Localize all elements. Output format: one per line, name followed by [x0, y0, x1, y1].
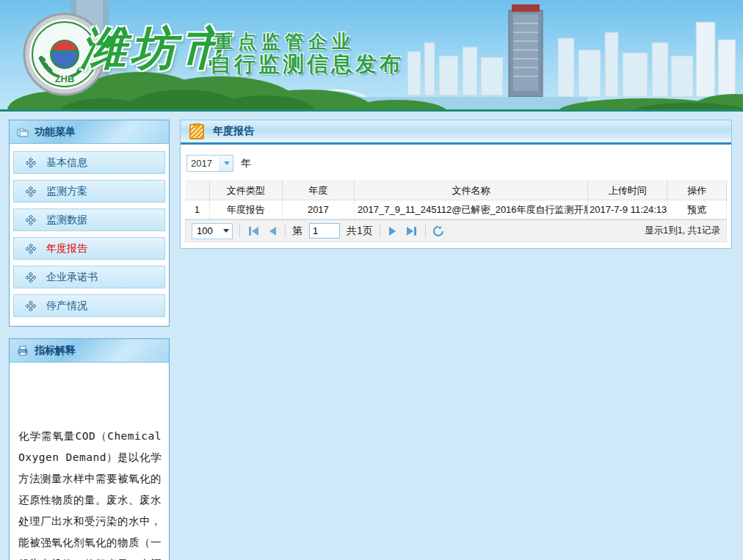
preview-link[interactable]: 预览	[687, 204, 706, 215]
pagination-bar: 100 第 共1页	[185, 219, 727, 242]
sidebar-item-monitoring-plan[interactable]: 监测方案	[13, 180, 165, 203]
sidebar-item-label: 监测方案	[46, 185, 87, 198]
table-header-row: 文件类型 年度 文件名称 上传时间 操作	[185, 181, 727, 200]
year-select[interactable]: 2017	[186, 155, 233, 172]
move-arrows-icon	[26, 158, 36, 168]
cell-file-type: 年度报告	[209, 200, 282, 219]
record-summary: 显示1到1, 共1记录	[645, 225, 720, 237]
sidebar-item-monitoring-data[interactable]: 监测数据	[13, 208, 165, 231]
page-number-input[interactable]	[309, 223, 340, 239]
move-arrows-icon	[26, 244, 36, 254]
sidebar-item-shutdown-status[interactable]: 停产情况	[13, 294, 165, 317]
function-menu-title: 功能菜单	[35, 126, 76, 139]
indicator-header: 指标解释	[10, 339, 169, 363]
year-select-chevron[interactable]	[220, 156, 233, 171]
folder-icon	[17, 126, 29, 138]
first-page-icon	[249, 227, 251, 236]
sidebar-item-label: 基本信息	[46, 156, 87, 170]
banner-city-title: 潍坊市	[81, 18, 231, 79]
logo-zhb-text: ZHB	[55, 73, 75, 84]
divider	[380, 225, 380, 237]
col-header-year: 年度	[282, 181, 354, 200]
cell-year: 2017	[282, 200, 354, 219]
clipboard-icon	[189, 123, 204, 139]
divider	[239, 225, 240, 237]
prev-page-button[interactable]	[267, 227, 278, 236]
table-row: 1 年度报告 2017 2017_7_9_11_245112@已解密_2016年…	[185, 200, 727, 219]
cell-file-name: 2017_7_9_11_245112@已解密_2016年度自行监测开展情况年	[355, 200, 588, 219]
function-menu-panel: 功能菜单 基本信息 监测方案 监测数据	[9, 120, 170, 327]
sidebar-item-basic-info[interactable]: 基本信息	[13, 151, 165, 174]
banner-subtitle-line2: 自行监测信息发布	[210, 50, 404, 79]
first-page-button[interactable]	[247, 227, 261, 236]
move-arrows-icon	[26, 215, 36, 225]
indicator-panel: 指标解释 化学需氧量COD（Chemical Oxygen Demand）是以化…	[9, 338, 170, 560]
annual-report-table: 文件类型 年度 文件名称 上传时间 操作 1 年度报告 2017 2017_7_…	[185, 181, 727, 219]
sidebar-item-label: 监测数据	[46, 214, 87, 227]
page-size-select[interactable]: 100	[192, 223, 233, 239]
col-header-rownum	[185, 181, 209, 200]
refresh-icon[interactable]	[432, 225, 444, 237]
banner: ZHB 潍坊市 重点监管企业 自行监测信息发布	[0, 0, 743, 112]
sidebar-item-annual-report[interactable]: 年度报告	[13, 237, 165, 260]
divider	[285, 225, 286, 237]
next-page-icon	[389, 227, 396, 236]
sidebar-item-commitment-letter[interactable]: 企业承诺书	[13, 266, 165, 288]
function-menu-body: 基本信息 监测方案 监测数据 年度报告	[10, 144, 169, 326]
sidebar-item-label: 企业承诺书	[46, 271, 98, 284]
indicator-body: 化学需氧量COD（Chemical Oxygen Demand）是以化学方法测量…	[10, 363, 169, 560]
last-page-icon	[407, 227, 413, 236]
function-menu-header: 功能菜单	[10, 120, 169, 144]
move-arrows-icon	[26, 301, 36, 311]
page-title: 年度报告	[213, 125, 254, 138]
last-page-button[interactable]	[405, 227, 418, 236]
total-pages-label: 共1页	[347, 225, 373, 238]
next-page-button[interactable]	[387, 227, 398, 236]
cell-upload-time: 2017-7-9 11:24:13	[588, 200, 667, 219]
col-header-action: 操作	[667, 181, 727, 200]
page-prefix-label: 第	[292, 225, 302, 238]
main-header: 年度报告	[181, 120, 731, 145]
chevron-down-icon	[223, 229, 229, 233]
prev-page-icon	[269, 227, 276, 236]
main-content: 2017 年 文件类型 年度 文件名称 上传时间 操作	[181, 145, 731, 242]
move-arrows-icon	[26, 272, 36, 283]
sidebar-item-label: 停产情况	[46, 299, 87, 313]
col-header-file-type: 文件类型	[209, 181, 282, 200]
cell-action: 预览	[667, 200, 727, 219]
col-header-upload-time: 上传时间	[588, 181, 667, 200]
year-select-value: 2017	[187, 158, 220, 169]
sidebar: 功能菜单 基本信息 监测方案 监测数据	[9, 120, 170, 560]
indicator-cod-text: 化学需氧量COD（Chemical Oxygen Demand）是以化学方法测量…	[18, 426, 162, 560]
chevron-down-icon	[224, 161, 230, 165]
printer-icon	[17, 345, 29, 357]
cell-rownum: 1	[185, 200, 209, 219]
year-unit-label: 年	[241, 157, 251, 170]
page-size-value: 100	[192, 225, 220, 236]
col-header-file-name: 文件名称	[355, 181, 588, 200]
divider	[425, 225, 426, 237]
sidebar-item-label: 年度报告	[46, 242, 87, 255]
move-arrows-icon	[26, 186, 36, 197]
indicator-title: 指标解释	[35, 344, 76, 357]
main-panel: 年度报告 2017 年 文件类型 年度 文件名称 上传时间 操	[180, 120, 732, 249]
